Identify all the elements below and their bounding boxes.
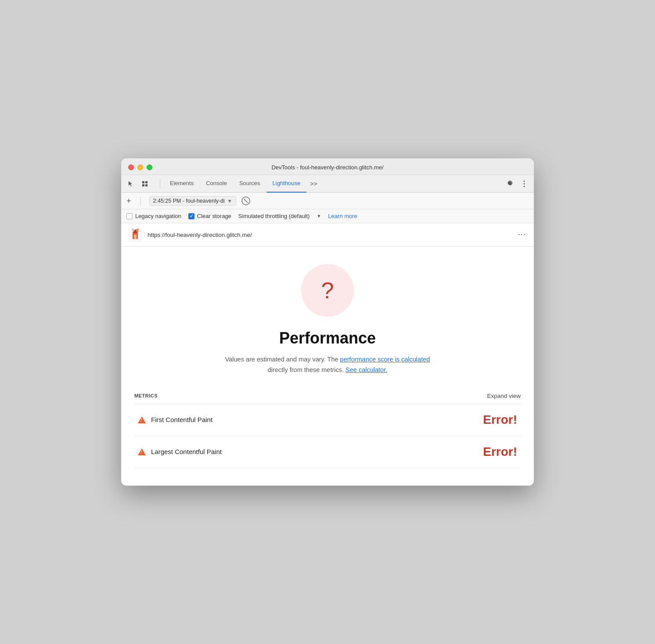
performance-subtitle: Values are estimated and may vary. The p… xyxy=(225,354,430,375)
clear-storage-label: Clear storage xyxy=(197,213,231,219)
table-row: Largest Contentful Paint Error! xyxy=(134,436,521,468)
lh-url-row: https://foul-heavenly-direction.glitch.m… xyxy=(121,223,534,247)
svg-point-6 xyxy=(524,183,525,184)
score-circle: ? xyxy=(301,264,354,317)
devtools-icon-group xyxy=(125,178,151,190)
performance-title: Performance xyxy=(279,329,376,347)
more-tabs-button[interactable]: >> xyxy=(306,180,320,187)
learn-more-link[interactable]: Learn more xyxy=(328,213,357,219)
metric-left-lcp: Largest Contentful Paint xyxy=(138,448,222,455)
legacy-nav-group: Legacy navigation xyxy=(126,213,181,219)
legacy-nav-checkbox[interactable] xyxy=(126,213,133,219)
perf-score-link[interactable]: performance score is calculated xyxy=(340,356,430,363)
url-display[interactable]: 2:45:25 PM - foul-heavenly-di ▼ xyxy=(149,196,236,206)
expand-view-button[interactable]: Expand view xyxy=(487,393,521,399)
tab-lighthouse[interactable]: Lighthouse xyxy=(266,175,307,193)
options-bar: + 2:45:25 PM - foul-heavenly-di ▼ xyxy=(121,193,534,209)
lighthouse-logo-icon xyxy=(128,228,142,242)
svg-rect-3 xyxy=(145,184,148,186)
block-icon[interactable] xyxy=(241,197,250,205)
lh-toolbar: Legacy navigation Clear storage Simulate… xyxy=(121,209,534,223)
window-title: DevTools - foul-heavenly-direction.glitc… xyxy=(271,164,383,171)
lh-url-text: https://foul-heavenly-direction.glitch.m… xyxy=(148,232,512,238)
traffic-lights xyxy=(128,165,152,170)
see-calculator-link[interactable]: See calculator. xyxy=(345,366,387,373)
metrics-label: METRICS xyxy=(134,393,158,398)
close-button[interactable] xyxy=(128,165,134,170)
lh-kebab-menu-button[interactable]: ⋮ xyxy=(517,231,527,239)
tab-elements[interactable]: Elements xyxy=(164,175,200,193)
svg-rect-11 xyxy=(134,235,137,239)
add-button[interactable]: + xyxy=(126,197,131,205)
clear-storage-checkbox[interactable] xyxy=(188,213,194,219)
metric-name-fcp: First Contentful Paint xyxy=(151,416,212,423)
lh-main-content: ? Performance Values are estimated and m… xyxy=(121,247,534,485)
svg-rect-1 xyxy=(145,181,148,183)
svg-point-7 xyxy=(524,186,525,187)
devtools-menu-button[interactable] xyxy=(518,178,530,190)
toolbar-right xyxy=(504,178,530,190)
throttle-arrow-icon: ▼ xyxy=(317,214,321,218)
tab-sources[interactable]: Sources xyxy=(233,175,266,193)
layers-icon[interactable] xyxy=(139,178,151,190)
legacy-nav-label: Legacy navigation xyxy=(135,213,181,219)
title-bar: DevTools - foul-heavenly-direction.glitc… xyxy=(121,158,534,175)
clear-storage-group: Clear storage xyxy=(188,213,231,219)
metric-left-fcp: First Contentful Paint xyxy=(138,416,212,423)
svg-rect-0 xyxy=(142,181,144,183)
metrics-header: METRICS Expand view xyxy=(134,393,521,404)
svg-point-5 xyxy=(524,180,525,182)
score-value: ? xyxy=(321,279,334,302)
tab-console[interactable]: Console xyxy=(200,175,233,193)
url-chevron-icon: ▼ xyxy=(227,198,232,204)
tab-divider xyxy=(160,179,160,189)
metrics-section: METRICS Expand view First Contentful Pai… xyxy=(134,393,521,468)
warning-icon xyxy=(138,448,146,455)
metric-name-lcp: Largest Contentful Paint xyxy=(151,448,222,455)
cursor-icon[interactable] xyxy=(125,178,137,190)
options-divider xyxy=(140,197,140,205)
table-row: First Contentful Paint Error! xyxy=(134,404,521,436)
throttle-label: Simulated throttling (default) xyxy=(238,213,310,219)
warning-icon xyxy=(138,416,146,423)
maximize-button[interactable] xyxy=(147,165,152,170)
metric-error-lcp: Error! xyxy=(483,445,517,459)
throttle-dropdown[interactable]: ▼ xyxy=(317,214,321,218)
svg-rect-2 xyxy=(142,184,144,186)
tab-bar: Elements Console Sources Lighthouse >> xyxy=(121,175,534,193)
metric-error-fcp: Error! xyxy=(483,413,517,427)
settings-button[interactable] xyxy=(504,178,516,190)
devtools-window: DevTools - foul-heavenly-direction.glitc… xyxy=(121,158,534,485)
minimize-button[interactable] xyxy=(137,165,143,170)
